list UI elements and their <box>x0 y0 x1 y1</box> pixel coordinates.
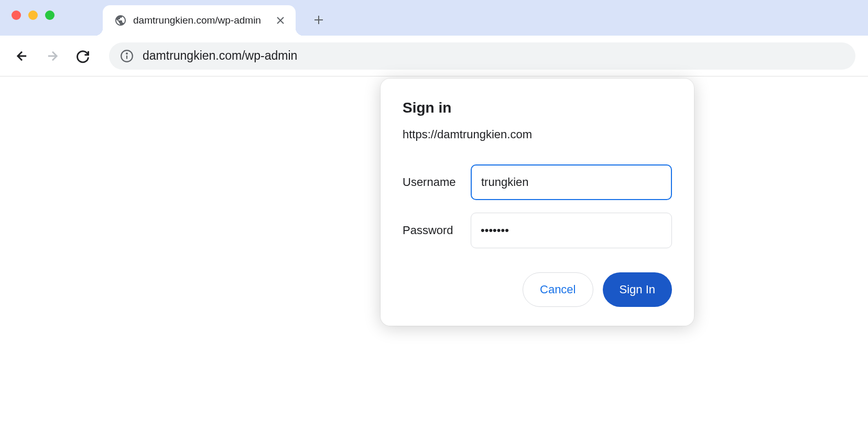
window-close-button[interactable] <box>12 10 21 20</box>
address-bar[interactable]: damtrungkien.com/wp-admin <box>109 42 855 70</box>
site-info-icon[interactable] <box>120 49 134 63</box>
browser-tab[interactable]: damtrungkien.com/wp-admin <box>103 5 296 36</box>
username-row: Username <box>403 164 672 200</box>
url-text: damtrungkien.com/wp-admin <box>143 49 297 63</box>
dialog-buttons: Cancel Sign In <box>403 272 672 307</box>
tab-title: damtrungkien.com/wp-admin <box>133 15 261 26</box>
http-auth-dialog: Sign in https://damtrungkien.com Usernam… <box>381 79 694 326</box>
window-minimize-button[interactable] <box>28 10 38 20</box>
page-content: Sign in https://damtrungkien.com Usernam… <box>0 76 868 441</box>
window-maximize-button[interactable] <box>45 10 55 20</box>
password-label: Password <box>403 224 471 237</box>
signin-button[interactable]: Sign In <box>603 272 672 307</box>
password-row: Password <box>403 213 672 248</box>
tab-close-button[interactable] <box>275 15 286 26</box>
reload-button[interactable] <box>73 47 92 65</box>
svg-point-2 <box>126 53 127 54</box>
cancel-button[interactable]: Cancel <box>523 272 593 307</box>
new-tab-button[interactable] <box>308 9 329 30</box>
username-label: Username <box>403 175 471 189</box>
back-button[interactable] <box>13 47 31 65</box>
password-input[interactable] <box>471 213 672 248</box>
browser-toolbar: damtrungkien.com/wp-admin <box>0 36 868 76</box>
forward-button[interactable] <box>43 47 62 65</box>
globe-icon <box>114 14 127 27</box>
tab-strip: damtrungkien.com/wp-admin <box>0 0 868 36</box>
dialog-title: Sign in <box>403 100 672 116</box>
username-input[interactable] <box>471 164 672 200</box>
window-controls <box>12 10 55 20</box>
dialog-origin: https://damtrungkien.com <box>403 128 672 141</box>
